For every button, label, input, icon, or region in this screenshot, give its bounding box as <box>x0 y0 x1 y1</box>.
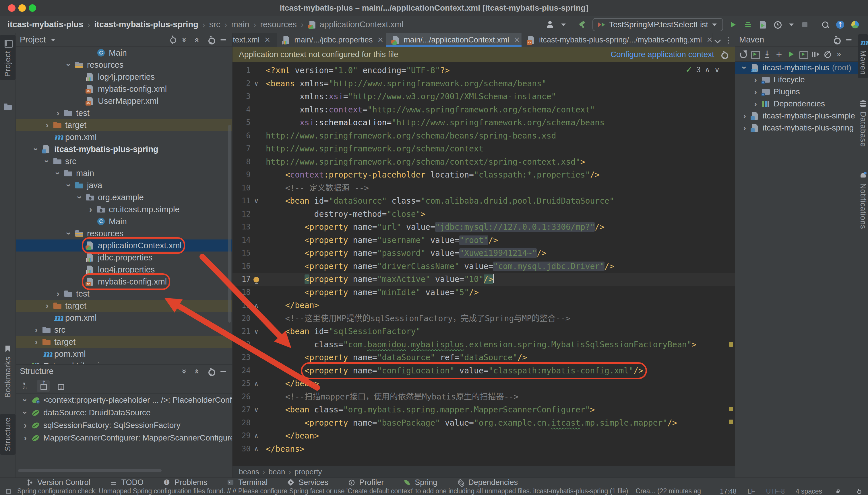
project-tree-scrollbar[interactable] <box>228 125 231 323</box>
gutter[interactable]: 7 <box>232 142 262 155</box>
gutter[interactable]: 15 <box>232 246 262 260</box>
gutter[interactable]: 24 <box>232 364 262 377</box>
status-widget[interactable]: LF <box>748 488 755 495</box>
build-hammer-icon[interactable] <box>577 20 587 30</box>
chevron-collapsed-icon[interactable]: › <box>739 122 750 133</box>
fold-close-icon[interactable]: ∧ <box>252 432 260 439</box>
chevron-expanded-icon[interactable]: › <box>63 228 74 239</box>
lock-icon[interactable] <box>835 489 841 494</box>
editor-tab[interactable]: main/.../jdbc.properties <box>277 33 386 47</box>
project-tree-item[interactable]: ›src <box>16 324 232 336</box>
project-tree-item[interactable]: ›org.example <box>16 191 232 203</box>
project-tree-item[interactable]: pom.xml <box>16 312 232 324</box>
chevron-collapsed-icon[interactable]: › <box>20 420 31 431</box>
chevron-collapsed-icon[interactable]: › <box>20 432 31 443</box>
debug-button[interactable] <box>743 20 753 30</box>
toolwindow-button-spring[interactable]: Spring <box>402 478 437 487</box>
chevron-collapsed-icon[interactable]: › <box>42 120 52 131</box>
chevron-collapsed-icon[interactable]: › <box>20 360 31 364</box>
toolwindow-button-dependencies[interactable]: Dependencies <box>456 478 518 487</box>
gutter[interactable]: 29∧ <box>232 429 262 443</box>
fold-open-icon[interactable]: ∨ <box>252 406 260 413</box>
editor-tab[interactable]: itcast-mybatis-plus-spring/.../mybatis-c… <box>522 33 713 47</box>
gear-icon[interactable] <box>206 366 216 376</box>
toolwindow-button-structure[interactable]: Structure <box>0 414 16 455</box>
gear-icon[interactable] <box>206 35 216 45</box>
chevron-collapsed-icon[interactable]: › <box>750 74 761 85</box>
structure-item[interactable]: ›sqlSessionFactory: SqlSessionFactory <box>16 419 232 432</box>
gutter[interactable]: 13 <box>232 221 262 234</box>
fold-close-icon[interactable]: ∧ <box>252 302 260 309</box>
user-icon[interactable] <box>545 20 555 30</box>
toolwindow-button-todo[interactable]: TODO <box>109 478 144 487</box>
project-tree-item[interactable]: ›resources <box>16 59 232 71</box>
more-vert-icon[interactable] <box>723 35 733 45</box>
status-widget[interactable]: 4 spaces <box>796 488 822 495</box>
update-project-icon[interactable] <box>835 20 845 30</box>
structure-item[interactable]: ›<context:property-placeholder ... />: P… <box>16 394 232 406</box>
fold-open-icon[interactable]: ∨ <box>252 198 260 204</box>
download-icon[interactable] <box>762 49 772 59</box>
project-tree-item[interactable]: ›java <box>16 179 232 191</box>
project-tree-item[interactable]: Main <box>16 216 232 227</box>
structure-item[interactable]: ›dataSource: DruidDataSource <box>16 406 232 419</box>
project-tree-item[interactable]: applicationContext.xml <box>16 239 232 252</box>
project-tree-item[interactable]: pom.xml <box>16 348 232 360</box>
search-everywhere-icon[interactable] <box>820 20 830 30</box>
group-top-button[interactable] <box>37 380 50 392</box>
skip-icon[interactable] <box>822 49 832 59</box>
runbox-icon[interactable] <box>750 49 760 59</box>
close-icon[interactable] <box>262 35 272 45</box>
breadcrumb-item[interactable]: applicationContext.xml <box>308 20 404 30</box>
commander-folder-icon[interactable] <box>0 98 16 115</box>
gutter[interactable]: 12 <box>232 208 262 221</box>
breadcrumb-item[interactable]: resources <box>260 20 296 29</box>
gutter[interactable]: 27∨ <box>232 403 262 416</box>
maven-tree-item[interactable]: ›itcast-mybatis-plus (root) <box>735 62 858 74</box>
inspection-widget[interactable]: ✓ 3 ∧ ∨ <box>684 65 722 75</box>
gutter[interactable]: 25∧ <box>232 377 262 390</box>
gutter[interactable]: 14 <box>232 234 262 247</box>
close-icon[interactable] <box>512 35 522 45</box>
fold-open-icon[interactable]: ∨ <box>252 328 260 335</box>
close-icon[interactable] <box>375 35 385 45</box>
project-tree-item[interactable]: log4j.properties <box>16 71 232 83</box>
profiler-button[interactable] <box>773 20 783 30</box>
fold-open-icon[interactable]: ∨ <box>252 80 260 87</box>
maven-tree-item[interactable]: ›Plugins <box>735 86 858 98</box>
gutter[interactable]: 1 <box>232 64 262 77</box>
project-tree-item[interactable]: ›External Libraries <box>16 360 232 364</box>
toolwindow-button-project[interactable]: Project <box>0 35 16 80</box>
chevron-expanded-icon[interactable]: › <box>20 407 31 418</box>
group-bottom-button[interactable] <box>54 380 67 392</box>
project-tree-item[interactable]: pom.xml <box>16 131 232 143</box>
chevron-expanded-icon[interactable]: › <box>31 144 42 155</box>
ide-settings-icon[interactable] <box>856 489 862 494</box>
run-configuration-select[interactable]: TestSpringMP.testSelectList <box>592 18 723 31</box>
chevron-expanded-icon[interactable]: › <box>63 180 74 191</box>
collapse-all-icon[interactable] <box>193 35 203 45</box>
project-tree-item[interactable]: mybatis-config.xml <box>16 83 232 95</box>
chevron-expanded-icon[interactable]: › <box>739 62 750 73</box>
maven-tree-item[interactable]: ›Dependencies <box>735 98 858 110</box>
maven-tree-item[interactable]: ›Lifecycle <box>735 74 858 86</box>
gutter[interactable]: 10 <box>232 182 262 195</box>
gutter[interactable]: 20 <box>232 312 262 325</box>
toolwindow-toggle-icon[interactable] <box>5 488 11 494</box>
chevron-collapsed-icon[interactable]: › <box>52 107 63 118</box>
editor-breadcrumb-item[interactable]: bean <box>269 467 285 476</box>
chevron-collapsed-icon[interactable]: › <box>750 86 761 97</box>
chevron-collapsed-icon[interactable]: › <box>739 110 750 121</box>
chevron-down-icon[interactable] <box>50 35 56 45</box>
toolwindow-button-services[interactable]: Services <box>286 478 328 487</box>
breadcrumb-item[interactable]: itcast-mybatis-plus-spring <box>94 20 198 29</box>
structure-item[interactable]: ›MapperScannerConfigurer: MapperScannerC… <box>16 432 232 444</box>
close-icon[interactable] <box>705 35 713 45</box>
editor-breadcrumb-item[interactable]: property <box>295 467 322 476</box>
chevron-collapsed-icon[interactable]: › <box>42 300 52 311</box>
breadcrumb-item[interactable]: main <box>231 20 249 29</box>
add-icon[interactable] <box>774 49 784 59</box>
gutter[interactable]: 9 <box>232 168 262 182</box>
run-button[interactable] <box>728 20 738 30</box>
gutter[interactable]: 22 <box>232 338 262 351</box>
